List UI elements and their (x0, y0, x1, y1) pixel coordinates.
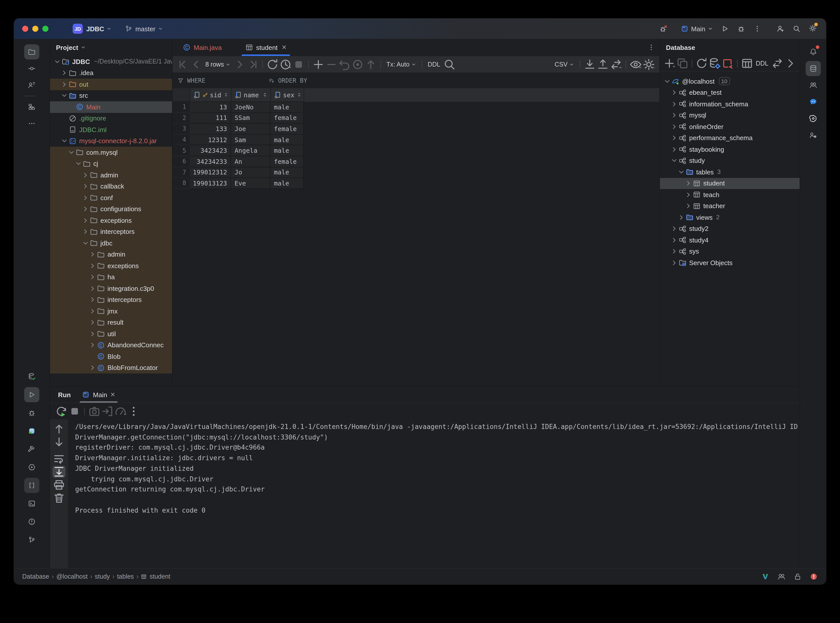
breadcrumb-tables[interactable]: tables (117, 573, 134, 580)
scroll-to-end-button[interactable] (52, 466, 66, 478)
chevron-right-icon[interactable] (81, 171, 90, 180)
project-item-admin[interactable]: admin (50, 169, 172, 181)
zoom-window-button[interactable] (42, 26, 48, 32)
close-window-button[interactable] (22, 26, 28, 32)
project-item-admin[interactable]: admin (50, 249, 172, 260)
cell-sid[interactable]: 199012312 (190, 167, 231, 178)
submit-button[interactable] (364, 58, 377, 71)
chevron-right-icon[interactable] (88, 341, 97, 350)
row-count-dropdown[interactable]: 8 rows (203, 61, 233, 68)
chevron-right-icon[interactable] (670, 100, 678, 108)
project-item-blobfromlocator[interactable]: CBlobFromLocator (50, 362, 172, 373)
first-page-button[interactable] (177, 58, 190, 71)
attach-console-button[interactable] (101, 405, 114, 417)
project-item-interceptors[interactable]: interceptors (50, 226, 172, 238)
chevron-right-icon[interactable] (670, 134, 678, 143)
chevron-down-icon[interactable] (663, 77, 671, 86)
chevron-right-icon[interactable] (670, 89, 678, 97)
row-number[interactable]: 4 (172, 135, 190, 146)
profiler-button[interactable] (114, 405, 127, 417)
project-item-integration-c3p0[interactable]: integration.c3p0 (50, 283, 172, 294)
project-widget[interactable]: JDBC (86, 25, 112, 32)
row-number[interactable]: 1 (172, 102, 190, 113)
chevron-down-icon[interactable] (670, 157, 678, 165)
tab-options-button[interactable] (647, 43, 655, 51)
stop-query-button[interactable] (292, 58, 305, 71)
database-item-sys[interactable]: sys (660, 246, 800, 257)
cell-sid[interactable]: 133 (190, 123, 231, 134)
cell-sex[interactable]: male (271, 102, 304, 113)
project-item-jdbc-iml[interactable]: JDBC.iml (50, 124, 172, 135)
pull-requests-button[interactable]: ? (24, 78, 39, 93)
settings-button[interactable] (809, 24, 817, 34)
cell-sex[interactable]: female (271, 123, 304, 134)
order-by-field[interactable]: ORDER BY (278, 77, 307, 84)
cell-name[interactable]: Angela (231, 146, 271, 156)
sort-toggle-icon[interactable] (262, 92, 268, 98)
breadcrumb-student[interactable]: student (149, 573, 170, 580)
new-datasource-button[interactable] (663, 57, 676, 69)
tab-main-java[interactable]: C Main.java (178, 39, 227, 56)
auto-refresh-button[interactable] (279, 58, 292, 71)
tx-mode-dropdown[interactable]: Tx: Auto (384, 61, 419, 68)
cell-sid[interactable]: 34234233 (190, 156, 231, 167)
chevron-right-icon[interactable] (88, 318, 97, 327)
chevron-right-icon[interactable] (670, 259, 678, 267)
grid-settings-button[interactable] (642, 58, 655, 71)
version-control-button[interactable] (24, 532, 39, 548)
database-item-information-schema[interactable]: information_schema (660, 98, 800, 110)
project-item-cj[interactable]: cj (50, 158, 172, 169)
gopher-plugin-button[interactable] (24, 424, 39, 439)
debug-button[interactable] (737, 25, 745, 33)
run-button[interactable] (721, 25, 729, 33)
chevron-right-icon[interactable] (670, 224, 678, 233)
project-panel-header[interactable]: Project (50, 39, 172, 56)
cell-name[interactable]: An (231, 156, 271, 167)
close-tab-icon[interactable]: ✕ (282, 44, 287, 51)
disconnect-button[interactable] (721, 57, 734, 69)
chevron-right-icon[interactable] (88, 250, 97, 259)
run-tab-main[interactable]: Main ✕ (80, 387, 118, 403)
project-item-abandonedconnec[interactable]: CAbandonedConnec (50, 339, 172, 351)
chevron-right-icon[interactable] (88, 262, 97, 270)
chevron-right-icon[interactable] (81, 227, 90, 236)
chevron-right-icon[interactable] (81, 182, 90, 191)
chevron-right-icon[interactable] (670, 145, 678, 154)
search-button[interactable] (792, 25, 801, 33)
more-tool-windows-button[interactable] (24, 116, 39, 131)
chevron-right-icon[interactable] (88, 364, 97, 372)
cell-sid[interactable]: 13 (190, 102, 231, 113)
ddl-button[interactable]: DDL (425, 61, 443, 68)
problems-button[interactable] (24, 514, 39, 529)
delete-row-button[interactable] (325, 58, 338, 71)
revert-changes-button[interactable] (338, 58, 351, 71)
more-actions-button[interactable] (753, 25, 761, 33)
view-options-button[interactable] (629, 58, 642, 71)
sort-toggle-icon[interactable] (223, 92, 229, 98)
cell-sex[interactable]: female (271, 156, 304, 167)
chevron-right-icon[interactable] (81, 193, 90, 202)
ddl-mappings-button[interactable] (771, 57, 784, 69)
brackets-plugin-button[interactable] (24, 478, 39, 493)
project-item-main[interactable]: CMain (50, 101, 172, 113)
export-data-button[interactable] (583, 58, 596, 71)
database-item-tables[interactable]: tables3 (660, 166, 800, 178)
next-page-button[interactable] (233, 58, 246, 71)
more-console-actions-button[interactable] (127, 405, 140, 417)
build-button[interactable] (24, 442, 39, 457)
chevron-right-icon[interactable] (60, 80, 69, 89)
database-item-study2[interactable]: study2 (660, 223, 800, 235)
chevron-right-icon[interactable] (670, 236, 678, 244)
chevron-right-icon[interactable] (670, 123, 678, 131)
database-item-student[interactable]: student (660, 178, 800, 189)
breadcrumb-database[interactable]: Database (22, 573, 49, 580)
row-number[interactable]: 6 (172, 156, 190, 167)
breadcrumb-study[interactable]: study (95, 573, 110, 580)
highlight-changes-button[interactable] (351, 58, 364, 71)
cell-name[interactable]: Eve (231, 178, 271, 189)
project-item-idea[interactable]: .idea (50, 67, 172, 79)
cell-sex[interactable]: male (271, 167, 304, 178)
project-item-mysql-connector-j-8-2-0-jar[interactable]: mysql-connector-j-8.2.0.jar (50, 135, 172, 147)
cell-sid[interactable]: 111 (190, 113, 231, 123)
chevron-right-icon[interactable] (81, 205, 90, 213)
